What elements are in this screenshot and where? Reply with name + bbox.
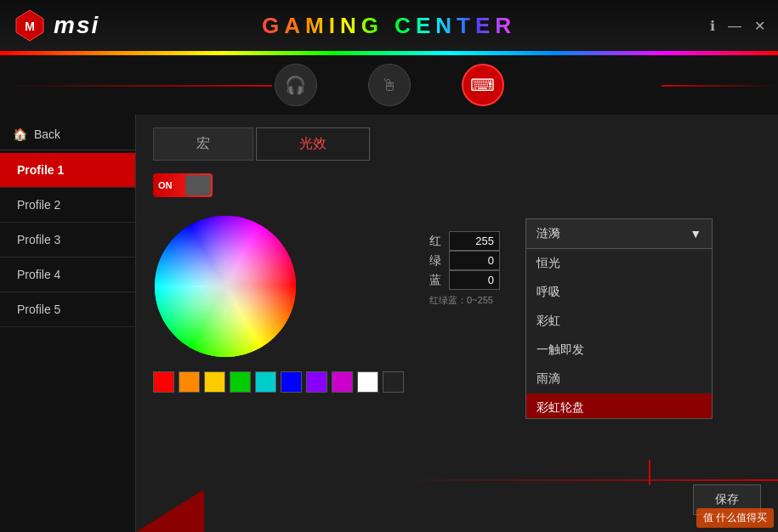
- color-wheel[interactable]: [153, 214, 298, 359]
- corner-accent: [136, 490, 204, 532]
- dropdown-selected-label: 涟漪: [537, 226, 560, 241]
- tab-bar: 宏 光效: [153, 127, 761, 161]
- red-accent-line-v: [649, 460, 650, 485]
- window-controls: ℹ — ✕: [710, 18, 765, 34]
- sidebar-item-profile2[interactable]: Profile 2: [0, 188, 135, 223]
- tab-lighting[interactable]: 光效: [256, 127, 370, 161]
- dropdown-list: 恒光呼吸彩虹一触即发雨滴彩虹轮盘涟漪繁星无痕: [525, 249, 713, 419]
- close-button[interactable]: ✕: [754, 18, 765, 34]
- dropdown-item-0[interactable]: 恒光: [526, 249, 712, 278]
- rgb-green-row: 绿: [429, 251, 500, 270]
- color-wheel-container: [153, 214, 404, 393]
- rgb-blue-row: 蓝: [429, 270, 500, 290]
- sidebar-item-profile1[interactable]: Profile 1: [0, 153, 135, 188]
- nav-icon-headset[interactable]: 🎧: [275, 64, 317, 106]
- dropdown-item-2[interactable]: 彩虹: [526, 307, 712, 336]
- sidebar-item-profile4[interactable]: Profile 4: [0, 258, 135, 292]
- watermark-text: 什么值得买: [716, 512, 767, 524]
- lighting-toggle[interactable]: ON: [153, 173, 213, 197]
- dropdown-section: 涟漪 ▼ 恒光呼吸彩虹一触即发雨滴彩虹轮盘涟漪繁星无痕: [525, 218, 761, 419]
- watermark: 值 什么值得买: [696, 508, 774, 528]
- dropdown-chevron-icon: ▼: [690, 227, 701, 241]
- toggle-label: ON: [153, 180, 173, 190]
- nav-icon-keyboard[interactable]: ⌨: [462, 64, 504, 106]
- color-section: 红 绿 蓝 红绿蓝：0~255 涟漪 ▼: [153, 214, 761, 419]
- sidebar-item-profile3[interactable]: Profile 3: [0, 223, 135, 258]
- svg-text:M: M: [25, 20, 35, 33]
- watermark-icon: 值: [703, 512, 713, 524]
- color-swatch-1[interactable]: [179, 371, 200, 393]
- blue-input[interactable]: [449, 270, 500, 290]
- color-swatch-6[interactable]: [306, 371, 327, 393]
- sidebar: 🏠 Back Profile 1 Profile 2 Profile 3 Pro…: [0, 115, 136, 532]
- main-content: 🏠 Back Profile 1 Profile 2 Profile 3 Pro…: [0, 115, 778, 532]
- title-bar: M msi GAMING CENTER ℹ — ✕: [0, 0, 778, 51]
- color-swatch-4[interactable]: [255, 371, 276, 393]
- dropdown-item-4[interactable]: 雨滴: [526, 365, 712, 393]
- back-button[interactable]: 🏠 Back: [0, 119, 135, 150]
- green-input[interactable]: [449, 251, 500, 270]
- accent-line-right: [662, 85, 778, 87]
- accent-line-left: [0, 85, 272, 87]
- color-swatch-5[interactable]: [281, 371, 302, 393]
- msi-dragon-icon: M: [13, 8, 47, 42]
- minimize-button[interactable]: —: [728, 18, 741, 33]
- red-accent-bottom: [393, 479, 778, 481]
- dropdown-item-3[interactable]: 一触即发: [526, 336, 712, 365]
- content-panel: 宏 光效 ON 红: [136, 115, 778, 532]
- app-title: GAMING CENTER: [262, 13, 516, 39]
- info-button[interactable]: ℹ: [710, 18, 715, 34]
- color-swatch-8[interactable]: [357, 371, 378, 393]
- color-swatch-7[interactable]: [332, 371, 353, 393]
- dropdown-item-5[interactable]: 彩虹轮盘: [526, 393, 712, 419]
- color-swatch-0[interactable]: [153, 371, 174, 393]
- back-label: Back: [34, 127, 60, 141]
- msi-logo: M msi: [13, 8, 99, 42]
- color-swatch-2[interactable]: [204, 371, 225, 393]
- red-label: 红: [429, 234, 442, 249]
- toggle-container: ON: [153, 173, 761, 197]
- color-swatch-3[interactable]: [230, 371, 251, 393]
- toggle-knob: [185, 175, 211, 195]
- nav-icon-mouse[interactable]: 🖱: [368, 64, 411, 106]
- nav-bar: 🎧 🖱 ⌨: [0, 55, 778, 115]
- rgb-hint: 红绿蓝：0~255: [429, 294, 500, 307]
- tab-macro[interactable]: 宏: [153, 127, 253, 161]
- rgb-red-row: 红: [429, 231, 500, 251]
- green-label: 绿: [429, 253, 442, 269]
- color-swatches: [153, 371, 404, 393]
- dropdown-header[interactable]: 涟漪 ▼: [525, 218, 713, 249]
- sidebar-item-profile5[interactable]: Profile 5: [0, 292, 135, 327]
- blue-label: 蓝: [429, 273, 442, 288]
- app-name: msi: [54, 12, 99, 39]
- color-swatch-9[interactable]: [383, 371, 404, 393]
- dropdown-item-1[interactable]: 呼吸: [526, 278, 712, 307]
- back-icon: 🏠: [13, 127, 27, 141]
- red-input[interactable]: [449, 231, 500, 251]
